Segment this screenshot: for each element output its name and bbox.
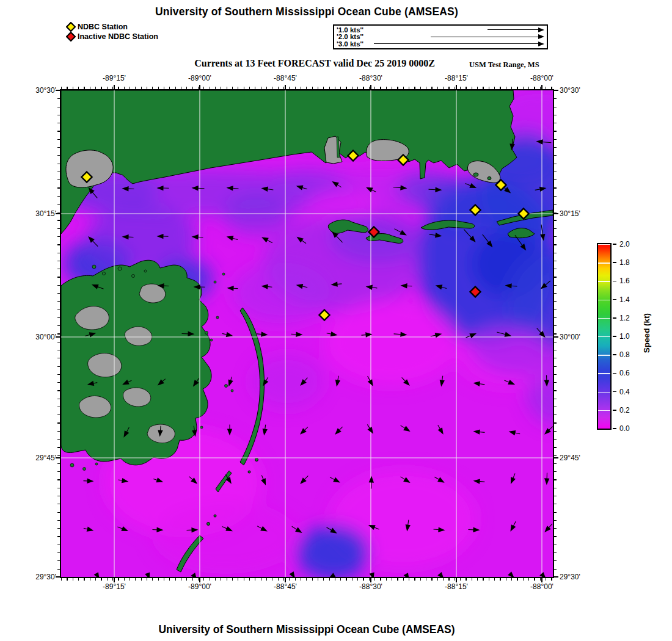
colorbar-tick (613, 410, 616, 411)
colorbar-tick (613, 428, 616, 429)
major-tick (114, 577, 115, 582)
marsh-complex (61, 260, 211, 465)
scale-row: '1.0 kts'' (337, 26, 544, 34)
right-axis-tick-label: 30°00' (560, 333, 580, 341)
colorbar-tick-label: 0.8 (619, 350, 630, 359)
major-tick (541, 85, 542, 90)
colorbar-tick-label: 2.0 (619, 240, 630, 248)
major-tick (553, 457, 558, 458)
major-tick (56, 457, 61, 458)
colorbar-tick-label: 1.8 (619, 258, 630, 267)
map-canvas (61, 90, 553, 577)
bottom-axis-tick-label: -89°15' (103, 582, 126, 591)
region-note: USM Test Range, MS (469, 60, 550, 70)
colorbar-tick-label: 1.0 (619, 332, 630, 341)
yellow-diamond-icon (66, 22, 76, 32)
colorbar-tick (613, 262, 616, 263)
major-tick (199, 577, 200, 582)
colorbar-tick (613, 281, 616, 282)
page-title-top: University of Southern Mississippi Ocean… (0, 5, 613, 18)
scale-arrowhead-icon (538, 42, 544, 46)
left-axis-tick-label: 29°30' (29, 573, 56, 581)
scale-arrow-line (488, 29, 538, 30)
top-axis-tick-label: -89°15' (103, 74, 126, 82)
scale-arrow-line (374, 43, 538, 44)
major-tick (56, 90, 61, 91)
scale-label: '2.0 kts'' (337, 33, 374, 40)
red-diamond-icon (66, 32, 76, 42)
colorbar-tick (613, 317, 616, 319)
legend-label: Inactive NDBC Station (78, 32, 158, 41)
right-axis-minor-ticks (553, 90, 557, 577)
colorbar-tick-label: 0.6 (619, 369, 630, 377)
legend-row-active: NDBC Station (66, 22, 158, 31)
speed-scale-box: '1.0 kts'''2.0 kts'''3.0 kts'' (333, 24, 548, 49)
bottom-axis-tick-label: -88°00' (530, 582, 553, 591)
colorbar-tick (613, 354, 616, 355)
left-axis-tick-label: 30°00' (29, 333, 56, 341)
colorbar-tick (613, 336, 616, 337)
major-tick (285, 85, 286, 90)
scale-row: '2.0 kts'' (337, 34, 544, 41)
colorbar-interval-lines (598, 244, 610, 429)
colorbar-tick (613, 299, 616, 300)
major-tick (456, 85, 457, 90)
colorbar-title: Speed (kt) (642, 272, 651, 394)
scale-label: '3.0 kts'' (337, 40, 374, 48)
colorbar-tick-label: 1.4 (619, 295, 630, 304)
major-tick (370, 85, 371, 90)
bottom-axis-tick-label: -89°00' (188, 582, 211, 591)
major-tick (553, 90, 558, 91)
major-tick (370, 577, 371, 582)
scale-arrowhead-icon (538, 34, 544, 39)
colorbar-tick-label: 1.2 (619, 314, 630, 322)
scale-row: '3.0 kts'' (337, 40, 544, 48)
scale-arrowhead-icon (538, 27, 544, 32)
major-tick (285, 577, 286, 582)
left-axis-tick-label: 30°30' (29, 86, 56, 95)
colorbar-tick (613, 373, 616, 374)
major-tick (541, 577, 542, 582)
right-axis-tick-label: 30°30' (560, 86, 580, 95)
major-tick (553, 576, 558, 578)
scale-arrow-line (431, 37, 538, 37)
station-legend: NDBC Station Inactive NDBC Station (66, 22, 158, 42)
right-axis-tick-label: 29°45' (560, 454, 580, 462)
colorbar-tick-label: 0.0 (619, 424, 630, 433)
legend-label: NDBC Station (78, 23, 128, 31)
bottom-axis-tick-label: -88°30' (359, 582, 382, 591)
major-tick (56, 336, 61, 338)
top-axis-tick-label: -88°45' (274, 74, 297, 82)
page-title-bottom: University of Southern Mississippi Ocean… (0, 623, 613, 636)
legend-row-inactive: Inactive NDBC Station (66, 32, 158, 41)
left-axis-tick-label: 29°45' (29, 454, 56, 462)
ocean-currents-map (61, 90, 553, 577)
major-tick (56, 576, 61, 578)
bottom-axis-tick-label: -88°45' (274, 582, 297, 591)
major-tick (199, 85, 200, 90)
colorbar-tick (613, 244, 616, 245)
bottom-axis-minor-ticks (61, 577, 553, 581)
major-tick (553, 213, 558, 214)
major-tick (553, 336, 558, 338)
right-axis-tick-label: 30°15' (560, 209, 580, 218)
colorbar-tick-label: 0.2 (619, 406, 630, 415)
left-axis-tick-label: 30°15' (29, 209, 56, 218)
right-axis-tick-label: 29°30' (560, 573, 580, 581)
bottom-axis-tick-label: -88°15' (445, 582, 468, 591)
scale-label: '1.0 kts'' (337, 26, 374, 34)
major-tick (456, 577, 457, 582)
colorbar-tick-label: 0.4 (619, 388, 630, 396)
major-tick (114, 85, 115, 90)
colorbar-tick (613, 391, 616, 393)
top-axis-tick-label: -89°00' (188, 74, 211, 82)
biloxi-bay-west (324, 136, 342, 164)
top-axis-tick-label: -88°15' (445, 74, 468, 82)
top-axis-tick-label: -88°00' (530, 74, 553, 82)
major-tick (56, 213, 61, 214)
colorbar-tick-label: 1.6 (619, 277, 630, 285)
top-axis-tick-label: -88°30' (359, 74, 382, 82)
